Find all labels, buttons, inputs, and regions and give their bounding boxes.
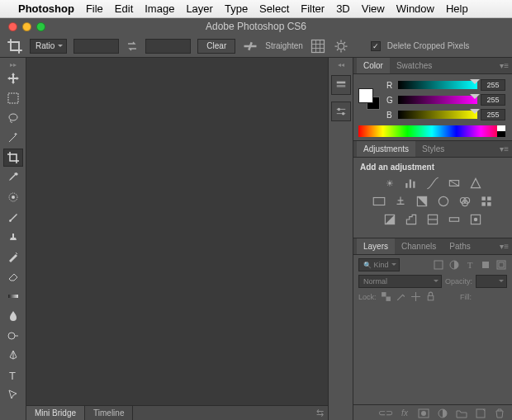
history-panel-icon[interactable] — [331, 75, 351, 95]
r-value-field[interactable]: 255 — [481, 79, 505, 91]
menu-window[interactable]: Window — [396, 2, 434, 15]
color-lookup-icon[interactable] — [479, 195, 494, 208]
menu-view[interactable]: View — [362, 2, 385, 15]
menu-select[interactable]: Select — [259, 2, 289, 15]
menu-help[interactable]: Help — [446, 2, 468, 15]
new-adjustment-layer-icon[interactable] — [437, 408, 448, 419]
strip-grip[interactable]: ◂◂ — [338, 61, 344, 68]
layer-style-fx-icon[interactable]: fx — [399, 408, 410, 419]
posterize-icon[interactable] — [404, 213, 419, 226]
crop-ratio-dropdown[interactable]: Ratio — [30, 39, 67, 54]
history-brush-tool[interactable] — [3, 248, 23, 266]
tab-color[interactable]: Color — [357, 58, 390, 73]
hue-saturation-icon[interactable] — [372, 195, 386, 208]
crop-height-field[interactable] — [145, 39, 191, 54]
menu-image[interactable]: Image — [145, 2, 174, 15]
crop-tool[interactable] — [3, 149, 23, 167]
menu-type[interactable]: Type — [225, 2, 248, 15]
delete-layer-trash-icon[interactable] — [494, 408, 505, 419]
color-balance-icon[interactable] — [393, 195, 408, 208]
b-slider[interactable] — [398, 111, 477, 119]
layers-panel-menu-icon[interactable]: ▾≡ — [500, 242, 509, 251]
filter-shape-layers-icon[interactable] — [480, 259, 491, 271]
move-tool[interactable] — [3, 69, 23, 87]
marquee-tool[interactable] — [3, 89, 23, 107]
eyedropper-tool[interactable] — [3, 168, 23, 186]
pen-tool[interactable] — [3, 347, 23, 365]
menu-filter[interactable]: Filter — [301, 2, 325, 15]
r-slider[interactable] — [398, 81, 477, 89]
menu-layer[interactable]: Layer — [186, 2, 213, 15]
tools-panel-grip[interactable]: ▸▸ — [5, 61, 21, 68]
foreground-color-swatch[interactable] — [358, 88, 373, 103]
blend-mode-dropdown[interactable]: Normal — [358, 275, 442, 288]
adjustments-panel-menu-icon[interactable]: ▾≡ — [500, 144, 509, 153]
color-spectrum-ramp[interactable] — [358, 125, 505, 137]
type-tool[interactable]: T — [3, 366, 23, 385]
path-selection-tool[interactable] — [3, 386, 23, 404]
selective-color-icon[interactable] — [468, 213, 483, 226]
invert-icon[interactable] — [382, 213, 397, 226]
gradient-map-icon[interactable] — [447, 213, 462, 226]
tab-swatches[interactable]: Swatches — [390, 58, 439, 73]
new-group-icon[interactable] — [456, 408, 467, 419]
clone-stamp-tool[interactable] — [3, 228, 23, 246]
magic-wand-tool[interactable] — [3, 129, 23, 147]
tab-channels[interactable]: Channels — [395, 238, 443, 254]
curves-icon[interactable] — [425, 177, 440, 190]
tab-layers[interactable]: Layers — [357, 238, 395, 254]
tab-styles[interactable]: Styles — [415, 141, 451, 157]
tab-paths[interactable]: Paths — [443, 238, 477, 254]
delete-cropped-checkbox[interactable]: ✓ — [371, 41, 381, 51]
crop-options-gear-icon[interactable] — [333, 38, 349, 54]
opacity-field[interactable] — [476, 275, 507, 288]
spot-healing-tool[interactable] — [3, 188, 23, 206]
lock-all-icon[interactable] — [425, 291, 436, 302]
lock-position-icon[interactable] — [410, 291, 421, 302]
levels-icon[interactable] — [404, 177, 419, 190]
menu-edit[interactable]: Edit — [115, 2, 133, 15]
foreground-background-swatch[interactable] — [358, 88, 382, 111]
tab-mini-bridge[interactable]: Mini Bridge — [26, 406, 85, 420]
vibrance-icon[interactable] — [468, 177, 483, 190]
photo-filter-icon[interactable] — [436, 195, 451, 208]
gradient-tool[interactable] — [3, 287, 23, 305]
properties-panel-icon[interactable] — [331, 101, 351, 121]
bottom-panel-expand-icon[interactable]: ⇆ — [311, 408, 328, 418]
b-value-field[interactable]: 255 — [481, 109, 505, 120]
layer-filter-kind-dropdown[interactable]: 🔍 Kind — [358, 258, 400, 271]
crop-overlay-icon[interactable] — [310, 38, 326, 54]
g-slider[interactable] — [398, 96, 477, 104]
tab-timeline[interactable]: Timeline — [85, 406, 133, 420]
filter-adjustment-layers-icon[interactable] — [448, 259, 460, 271]
dodge-tool[interactable] — [3, 327, 23, 345]
link-layers-icon[interactable]: ⊂⊃ — [380, 408, 391, 419]
tab-adjustments[interactable]: Adjustments — [357, 141, 415, 157]
lasso-tool[interactable] — [3, 109, 23, 127]
g-value-field[interactable]: 255 — [481, 94, 505, 106]
menu-3d[interactable]: 3D — [336, 2, 350, 15]
filter-smart-object-icon[interactable] — [495, 259, 507, 271]
menu-file[interactable]: File — [86, 2, 103, 15]
layer-mask-icon[interactable] — [418, 408, 429, 419]
channel-mixer-icon[interactable] — [457, 195, 472, 208]
new-layer-icon[interactable] — [475, 408, 486, 419]
color-panel-menu-icon[interactable]: ▾≡ — [500, 61, 509, 70]
black-white-icon[interactable] — [415, 195, 429, 208]
brush-tool[interactable] — [3, 208, 23, 226]
exposure-icon[interactable] — [447, 177, 462, 190]
lock-transparency-icon[interactable] — [381, 291, 391, 302]
clear-crop-button[interactable]: Clear — [197, 39, 235, 54]
filter-pixel-layers-icon[interactable] — [433, 259, 444, 271]
lock-pixels-icon[interactable] — [396, 291, 406, 302]
threshold-icon[interactable] — [425, 213, 440, 226]
straighten-icon[interactable] — [242, 38, 258, 54]
blur-tool[interactable] — [3, 307, 23, 325]
filter-type-layers-icon[interactable]: T — [464, 259, 476, 271]
crop-tool-preset-icon[interactable] — [7, 38, 23, 54]
app-menu[interactable]: Photoshop — [18, 2, 74, 15]
eraser-tool[interactable] — [3, 267, 23, 286]
brightness-contrast-icon[interactable]: ☀ — [382, 177, 397, 190]
crop-width-field[interactable] — [73, 39, 119, 54]
swap-dimensions-icon[interactable] — [126, 40, 139, 53]
